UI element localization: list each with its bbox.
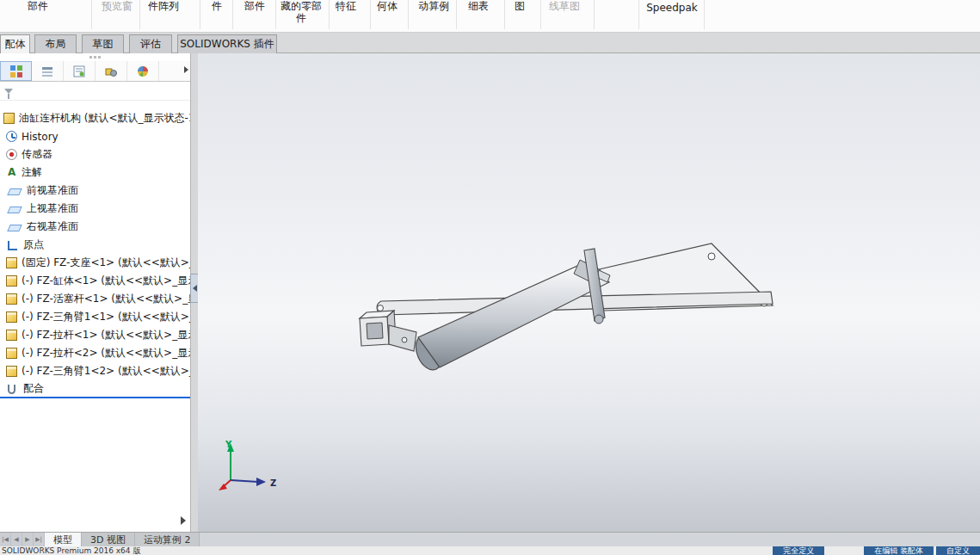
ribbon-button-motion-study[interactable]: 动算例	[413, 0, 454, 12]
tree-item-mates[interactable]: 配合	[0, 380, 190, 398]
tree-item-component-fz-lagan-1[interactable]: (-) FZ-拉杆<1> (默认<<默认>_显示	[0, 326, 190, 344]
tab-configurationmanager[interactable]	[64, 61, 96, 81]
tree-item-component-fz-sanjiaobi1-2[interactable]: (-) FZ-三角臂1<2> (默认<<默认>_	[0, 362, 190, 380]
tab-solidworks-addins[interactable]: SOLIDWORKS 插件	[177, 34, 277, 53]
component-icon	[6, 311, 17, 323]
chevron-down-icon	[179, 0, 186, 12]
ribbon-button-insert-component[interactable]: 部件	[21, 0, 62, 12]
tree-item-front-plane[interactable]: 前视基准面	[0, 182, 190, 200]
tree-item-history[interactable]: History	[0, 127, 190, 145]
tab-scroll-first-button[interactable]: |◀	[0, 533, 11, 546]
ribbon-button-exploded-view[interactable]: 图	[509, 0, 530, 12]
tree-item-label: History	[22, 131, 59, 143]
ribbon-separator	[456, 0, 457, 29]
assembly-icon	[3, 113, 15, 124]
tree-item-component-fz-sanjiaobi1-1[interactable]: (-) FZ-三角臂1<1> (默认<<默认>_	[0, 308, 190, 326]
ribbon-button-reference-geometry[interactable]: 何体	[375, 0, 406, 12]
panel-tabs-overflow-icon[interactable]	[184, 66, 188, 73]
graphics-viewport[interactable]: Y Z	[198, 53, 980, 532]
ribbon-separator	[540, 0, 541, 29]
ribbon-separator	[408, 0, 409, 29]
tree-item-top-plane[interactable]: 上视基准面	[0, 200, 190, 218]
component-icon	[6, 275, 17, 287]
ribbon-button-bom[interactable]: 细表	[461, 0, 496, 12]
tab-propertymanager[interactable]	[32, 61, 64, 81]
nav-glyph: ◀	[14, 536, 18, 543]
plane-icon	[7, 207, 22, 213]
solidworks-window: 部件 预览窗 件阵列 件 部件 藏的零部件 特征 何体 动算例	[0, 0, 980, 555]
configurationmanager-icon	[73, 65, 85, 77]
tree-item-label: 原点	[23, 237, 44, 252]
tab-model[interactable]: 模型	[45, 533, 82, 546]
ribbon-button-label: 部件	[28, 0, 48, 12]
ribbon-button-component[interactable]: 件	[206, 0, 227, 12]
tab-displaymanager[interactable]	[127, 61, 159, 81]
ribbon-separator	[594, 0, 595, 29]
status-right-group: 完全定义 在编辑 装配体 自定义	[773, 546, 980, 555]
tree-item-label: 配合	[23, 381, 44, 396]
tree-filter-bar[interactable]	[0, 82, 190, 101]
ribbon-button-assembly-features[interactable]: 特征	[334, 0, 365, 12]
tree-item-label: (-) FZ-拉杆<2> (默认<<默认>_显示	[22, 346, 190, 361]
tree-item-label: 传感器	[22, 147, 52, 162]
ribbon-button-label: 动算例	[418, 0, 449, 12]
annotation-icon	[6, 167, 17, 178]
tab-label: 配体	[5, 38, 26, 50]
ribbon-separator	[232, 0, 233, 29]
tree-item-annotations[interactable]: 注解	[0, 163, 190, 182]
panel-grip-handle[interactable]	[0, 53, 190, 61]
tree-item-component-fz-huosaigan[interactable]: (-) FZ-活塞杆<1> (默认<<默认>_显	[0, 290, 190, 308]
tab-label: 布局	[46, 38, 66, 50]
ribbon-button-label: 藏的零部件	[280, 0, 322, 24]
tree-item-component-fz-lagan-2[interactable]: (-) FZ-拉杆<2> (默认<<默认>_显示	[0, 344, 190, 362]
tree-item-origin[interactable]: 原点	[0, 236, 190, 254]
tree-item-label: 油缸连杆机构 (默认<默认_显示状态-1>	[19, 111, 190, 126]
ribbon-button-preview-window[interactable]: 预览窗	[96, 0, 138, 12]
tab-dimxpertmanager[interactable]	[96, 61, 127, 81]
tree-item-component-fz-gangti[interactable]: (-) FZ-缸体<1> (默认<<默认>_显示	[0, 272, 190, 290]
tree-item-assembly-root[interactable]: 油缸连杆机构 (默认<默认_显示状态-1>	[0, 109, 190, 127]
tab-featuremanager-tree[interactable]	[0, 61, 32, 81]
commandmanager-tabbar: 配体 布局 草图 评估 SOLIDWORKS 插件	[0, 33, 980, 53]
origin-icon	[8, 241, 17, 250]
tab-sketch[interactable]: 草图	[82, 34, 124, 53]
status-custom[interactable]: 自定义	[936, 546, 980, 555]
ribbon-button-move-component[interactable]: 部件	[237, 0, 272, 12]
panel-scroll-right-icon[interactable]	[181, 516, 186, 525]
ribbon-button-component-pattern[interactable]: 件阵列	[145, 0, 189, 12]
tab-scroll-next-button[interactable]: ▶	[22, 533, 34, 546]
tab-scroll-last-button[interactable]: ▶|	[34, 533, 45, 546]
history-icon	[6, 131, 17, 142]
tab-label: 评估	[140, 38, 161, 50]
featuremanager-panel: 油缸连杆机构 (默认<默认_显示状态-1> History 传感器 注解 前视基…	[0, 53, 191, 532]
mates-paperclip-icon	[8, 385, 15, 394]
tree-item-sensors[interactable]: 传感器	[0, 145, 190, 163]
tree-item-label: (-) FZ-缸体<1> (默认<<默认>_显示	[22, 274, 190, 288]
tab-label: 3D 视图	[90, 533, 126, 546]
status-editing-assembly: 在编辑 装配体	[864, 546, 934, 555]
model-3d	[198, 53, 980, 532]
panel-tab-strip	[0, 61, 190, 82]
ribbon-button-label: 何体	[377, 0, 398, 12]
tree-item-label: (固定) FZ-支座<1> (默认<<默认>_	[22, 256, 190, 270]
reference-triad: Y Z	[213, 439, 291, 499]
component-icon	[6, 330, 17, 341]
propertymanager-icon	[41, 65, 53, 77]
tab-motion-study-2[interactable]: 运动算例 2	[135, 533, 200, 546]
tree-item-component-fz-zhizuo[interactable]: (固定) FZ-支座<1> (默认<<默认>_	[0, 254, 190, 272]
ribbon-separator	[638, 0, 639, 29]
tab-3d-views[interactable]: 3D 视图	[82, 533, 135, 546]
tree-item-right-plane[interactable]: 右视基准面	[0, 218, 190, 236]
tab-evaluate[interactable]: 评估	[129, 34, 172, 53]
tab-scroll-prev-button[interactable]: ◀	[11, 533, 22, 546]
triad-y-label: Y	[225, 440, 232, 449]
ribbon-button-speedpak[interactable]: Speedpak	[644, 2, 700, 14]
tab-assembly[interactable]: 配体	[0, 34, 30, 53]
ribbon-button-label: 图	[515, 0, 525, 12]
ribbon-toolbar: 部件 预览窗 件阵列 件 部件 藏的零部件 特征 何体 动算例	[0, 0, 980, 33]
ribbon-button-explode-line-sketch[interactable]: 线草图	[544, 0, 585, 12]
plane-icon	[7, 225, 22, 231]
ribbon-button-show-hidden-components[interactable]: 藏的零部件	[279, 0, 324, 24]
featuremanager-tree-icon	[10, 65, 22, 77]
tab-layout[interactable]: 布局	[34, 34, 77, 53]
